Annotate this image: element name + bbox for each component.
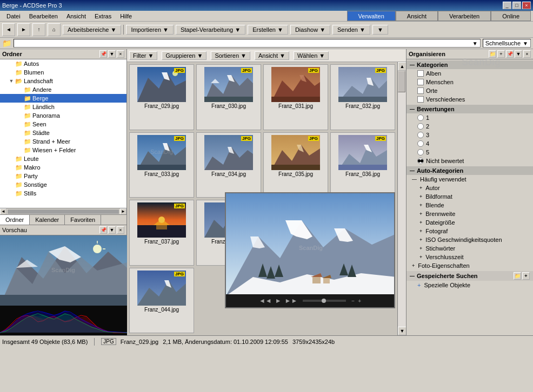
close-button[interactable]: ×: [522, 2, 531, 9]
panel-close-btn[interactable]: ×: [117, 50, 124, 58]
thumb-franz031[interactable]: JPG Franz_031.jpg: [263, 64, 328, 130]
stichwoerter-item[interactable]: + Stichwörter: [407, 244, 533, 253]
tab-verarbeiten[interactable]: Verarbeiten: [438, 11, 491, 21]
scroll-up-btn[interactable]: ▲: [398, 62, 406, 71]
bewertung-nicht[interactable]: Nicht bewertet: [407, 157, 533, 165]
tree-item-seen[interactable]: 📁 Seen: [0, 120, 126, 129]
kategorie-verschiedenes[interactable]: Verschiedenes: [407, 95, 533, 104]
blende-item[interactable]: + Blende: [407, 201, 533, 209]
send-btn[interactable]: Senden ▼: [332, 25, 370, 35]
vscrollbar[interactable]: ▲ ▼: [397, 62, 406, 335]
radio-5[interactable]: [417, 149, 424, 156]
gs-new-btn[interactable]: 📁: [514, 272, 521, 280]
kategorie-alben[interactable]: Alben: [407, 69, 533, 78]
thumb-franz032[interactable]: JPG Franz_032.jpg: [330, 64, 395, 130]
tree-item-andere[interactable]: 📁 Andere: [0, 85, 126, 94]
tab-kalender[interactable]: Kalender: [30, 215, 65, 225]
popup-zoom-out[interactable]: −: [351, 298, 355, 304]
tab-verwalten[interactable]: Verwalten: [347, 11, 396, 21]
maximize-button[interactable]: □: [512, 2, 521, 9]
thumb-franz033[interactable]: JPG ScanDig Franz_033.jpg: [129, 132, 194, 198]
tree-item-landschaft[interactable]: ▼ 📂 Landschaft: [0, 77, 126, 85]
create-btn[interactable]: Erstellen ▼: [248, 25, 288, 35]
panel-pin-btn[interactable]: 📌: [99, 50, 107, 58]
view-btn[interactable]: Ansicht ▼: [255, 51, 289, 60]
organize-close-btn[interactable]: ×: [523, 50, 531, 58]
kategorie-orte[interactable]: Orte: [407, 86, 533, 95]
popup-prev-icon[interactable]: ◄◄: [259, 297, 272, 305]
scroll-right[interactable]: ►: [120, 208, 126, 215]
workspace-btn[interactable]: Arbeitsbereiche ▼: [63, 25, 121, 35]
brennweite-item[interactable]: + Brennweite: [407, 209, 533, 218]
nav-home[interactable]: ⌂: [48, 23, 61, 36]
popup-next-icon[interactable]: ►►: [285, 297, 298, 305]
preview-close-btn[interactable]: ×: [117, 226, 124, 234]
popup-play-icon[interactable]: ►: [275, 297, 282, 305]
group-btn[interactable]: Gruppieren ▼: [162, 51, 206, 60]
spezielle-objekte-item[interactable]: + Spezielle Objekte: [407, 281, 533, 289]
preview-pin-btn[interactable]: 📌: [99, 226, 107, 234]
dateigroesse-item[interactable]: + Dateigröße: [407, 218, 533, 227]
alben-checkbox[interactable]: [417, 70, 424, 77]
thumb-franz035[interactable]: JPG Franz_035.jpg: [263, 132, 328, 198]
scroll-track[interactable]: [8, 209, 119, 214]
bewertung-1[interactable]: 1: [407, 113, 533, 122]
tree-item-stills[interactable]: 📁 Stills: [0, 189, 126, 198]
tree-item-leute[interactable]: 📁 Leute: [0, 154, 126, 163]
menu-ansicht[interactable]: Ansicht: [62, 12, 90, 21]
autor-item[interactable]: + Autor: [407, 184, 533, 192]
thumb-franz030[interactable]: JPG Franz_030.jpg: [196, 64, 261, 130]
foto-eigenschaften-item[interactable]: + Foto-Eigenschaften: [407, 261, 533, 270]
scroll-thumb-v[interactable]: [398, 71, 405, 92]
verschiedenes-checkbox[interactable]: [417, 96, 424, 103]
tree-item-panorama[interactable]: 📁 Panorama: [0, 111, 126, 120]
select-btn[interactable]: Wählen ▼: [294, 51, 329, 60]
panel-menu-btn[interactable]: ▼: [108, 50, 116, 58]
folder-tree[interactable]: 📁 Autos 📁 Blumen ▼ 📂 Landschaft 📁 Andere: [0, 59, 126, 208]
window-controls[interactable]: _ □ ×: [503, 2, 531, 9]
more-btn[interactable]: ▼: [372, 25, 388, 35]
batch-btn[interactable]: Stapel-Verarbeitung ▼: [176, 25, 245, 35]
radio-2[interactable]: [417, 123, 424, 130]
bewertung-2[interactable]: 2: [407, 122, 533, 131]
tree-item-staedte[interactable]: 📁 Städte: [0, 129, 126, 137]
radio-3[interactable]: [417, 132, 424, 138]
gs-add-btn[interactable]: +: [522, 272, 530, 280]
tree-item-sonstige[interactable]: 📁 Sonstige: [0, 180, 126, 189]
menu-hilfe[interactable]: Hilfe: [116, 12, 136, 21]
menu-extras[interactable]: Extras: [90, 12, 116, 21]
thumb-franz029[interactable]: JPG Franz_029.jpg: [129, 64, 194, 130]
tree-item-wiesen[interactable]: 📁 Wiesen + Felder: [0, 146, 126, 154]
tree-item-laendlich[interactable]: 📁 Ländlich: [0, 103, 126, 111]
organize-menu-btn[interactable]: ▼: [515, 50, 522, 58]
tab-favoriten[interactable]: Favoriten: [65, 215, 101, 225]
tree-item-party[interactable]: 📁 Party: [0, 172, 126, 180]
search-dropdown-arrow[interactable]: ▼: [523, 40, 528, 46]
nav-forward[interactable]: ►: [17, 23, 30, 36]
bewertung-3[interactable]: 3: [407, 131, 533, 139]
path-dropdown-arrow[interactable]: ▼: [472, 40, 478, 46]
thumb-franz044[interactable]: JPG Franz_044.jpg: [129, 268, 194, 334]
thumb-franz036[interactable]: JPG Franz_036.jpg: [330, 132, 395, 198]
preview-menu-btn[interactable]: ▼: [108, 226, 116, 234]
tree-item-berge[interactable]: 📁 Berge: [0, 94, 126, 103]
tab-online[interactable]: Online: [491, 11, 531, 21]
kategorie-menschen[interactable]: Menschen: [407, 78, 533, 86]
tree-hscroll[interactable]: ◄ ►: [0, 208, 126, 214]
thumb-franz034[interactable]: JPG Franz_034.jpg: [196, 132, 261, 198]
thumb-franz037[interactable]: JPG Franz_037.jpg: [129, 200, 194, 266]
bewertung-4[interactable]: 4: [407, 139, 533, 148]
nav-back[interactable]: ◄: [2, 23, 15, 36]
radio-4[interactable]: [417, 140, 424, 147]
verschlusszeit-item[interactable]: + Verschlusszeit: [407, 253, 533, 261]
gespeicherte-suchen-section[interactable]: — Gespeicherte Suchen 📁 +: [407, 271, 533, 281]
zoom-handle[interactable]: [322, 299, 326, 303]
path-input[interactable]: und Einstellungen\Pat\Eigene Dateien\Tes…: [16, 40, 472, 46]
auto-kategorien-section[interactable]: — Auto-Kategorien: [407, 166, 533, 175]
menu-datei[interactable]: Datei: [2, 12, 25, 21]
minimize-button[interactable]: _: [503, 2, 511, 9]
menschen-checkbox[interactable]: [417, 79, 424, 85]
zoom-slider[interactable]: [303, 300, 346, 302]
scroll-track-v[interactable]: [398, 71, 406, 327]
tree-item-blumen[interactable]: 📁 Blumen: [0, 68, 126, 77]
